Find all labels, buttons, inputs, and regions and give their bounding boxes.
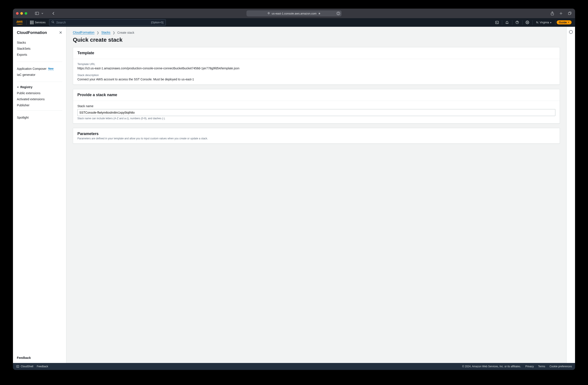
- services-label: Services: [35, 21, 46, 24]
- sidebar-title: CloudFormation: [17, 30, 47, 35]
- svg-point-8: [52, 21, 54, 23]
- crumb-cloudformation[interactable]: CloudFormation: [73, 31, 94, 34]
- address-bar[interactable]: us-east-1.console.aws.amazon.com •••: [247, 10, 294, 16]
- search-input[interactable]: Search [Option+S]: [49, 19, 166, 26]
- sidebar-item-app-composer[interactable]: Application Composer New: [13, 66, 66, 72]
- stackname-heading: Provide a stack name: [77, 93, 294, 97]
- caret-down-icon: ▼: [17, 86, 19, 88]
- address-bar-host: us-east-1.console.aws.amazon.com: [272, 12, 294, 15]
- registry-label: Registry: [20, 85, 32, 89]
- template-url-value: https://s3.us-east-1.amazonaws.com/produ…: [77, 66, 294, 70]
- sidebar-item-spotlight[interactable]: Spotlight: [13, 115, 66, 121]
- sidebar-item-stacks[interactable]: Stacks: [13, 40, 66, 46]
- back-button-icon[interactable]: [51, 11, 56, 16]
- sidebar-item-public-ext[interactable]: Public extensions: [13, 90, 66, 96]
- sidebar-item-activated-ext[interactable]: Activated extensions: [13, 96, 66, 102]
- crumb-current: Create stack: [117, 31, 134, 34]
- minimize-window-button[interactable]: [20, 12, 23, 15]
- crumb-stacks[interactable]: Stacks: [101, 31, 110, 34]
- maximize-window-button[interactable]: [25, 12, 27, 15]
- template-panel: Template Template URL https://s3.us-east…: [73, 47, 294, 85]
- parameters-heading: Parameters: [77, 132, 294, 136]
- search-icon: [51, 20, 54, 24]
- stackname-panel: Provide a stack name Stack name Stack na…: [73, 89, 294, 123]
- stack-desc-value: Connect your AWS account to access the S…: [77, 78, 294, 81]
- sidebar-close-icon[interactable]: ✕: [59, 30, 62, 35]
- main-content: CloudFormation ❯ Stacks ❯ Create stack Q…: [66, 27, 294, 193]
- window-controls: [16, 12, 27, 15]
- chevron-right-icon: ❯: [97, 31, 99, 34]
- svg-rect-0: [35, 12, 39, 15]
- lock-icon: [267, 12, 270, 15]
- browser-window: us-east-1.console.aws.amazon.com ••• aws: [13, 9, 294, 193]
- sidebar-toggle-icon[interactable]: [35, 11, 39, 16]
- sidebar: CloudFormation ✕ Stacks StackSets Export…: [13, 27, 66, 193]
- close-window-button[interactable]: [16, 12, 19, 15]
- template-url-label: Template URL: [77, 62, 294, 66]
- sidebar-group-registry[interactable]: ▼ Registry: [13, 84, 66, 90]
- sidebar-item-exports[interactable]: Exports: [13, 52, 66, 58]
- search-placeholder: Search: [56, 21, 66, 24]
- app-composer-label: Application Composer: [17, 67, 46, 70]
- sidebar-item-publisher[interactable]: Publisher: [13, 102, 66, 108]
- services-grid-icon: [30, 21, 34, 24]
- sidebar-item-iac-generator[interactable]: IaC generator: [13, 72, 66, 78]
- search-shortcut: [Option+S]: [151, 21, 164, 24]
- stackname-hint: Stack name can include letters (A-Z and …: [77, 117, 294, 120]
- parameters-desc: Parameters are defined in your template …: [77, 137, 294, 140]
- aws-topnav: aws Services Search [Option+S]: [13, 18, 294, 27]
- svg-line-9: [53, 22, 54, 23]
- stackname-input[interactable]: [77, 109, 294, 116]
- browser-titlebar: us-east-1.console.aws.amazon.com •••: [13, 9, 294, 18]
- titlebar-chevron-icon[interactable]: [41, 11, 44, 16]
- services-menu[interactable]: Services: [30, 21, 46, 24]
- parameters-panel: Parameters Parameters are defined in you…: [73, 128, 294, 144]
- sidebar-item-stacksets[interactable]: StackSets: [13, 46, 66, 52]
- chevron-right-icon: ❯: [113, 31, 115, 34]
- new-badge: New: [48, 67, 54, 70]
- page-title: Quick create stack: [73, 37, 294, 43]
- template-heading: Template: [77, 51, 294, 55]
- breadcrumb: CloudFormation ❯ Stacks ❯ Create stack: [73, 31, 294, 34]
- stack-desc-label: Stack description: [77, 73, 294, 77]
- stackname-label: Stack name: [77, 104, 294, 108]
- aws-logo[interactable]: aws: [16, 20, 23, 24]
